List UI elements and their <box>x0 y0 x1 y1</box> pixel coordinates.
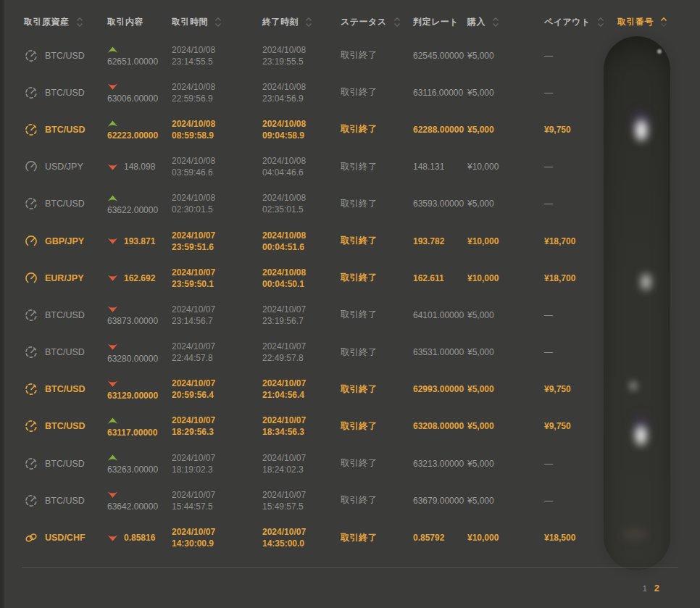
asset-pair-label: USD/JPY <box>45 162 83 172</box>
entry-rate-value: 193.871 <box>124 236 155 246</box>
direction-down-icon <box>107 163 118 171</box>
table-row[interactable]: USD/CHF0.858162024/10/0714:30:00.92024/1… <box>22 519 678 556</box>
pagination-page[interactable]: 1 <box>643 580 647 596</box>
column-header-status[interactable]: ステータス <box>338 16 411 28</box>
table-row[interactable]: BTC/USD63622.000002024/10/0802:30:01.520… <box>22 186 678 222</box>
table-row[interactable]: BTC/USD63117.000002024/10/0718:29:56.320… <box>22 408 678 445</box>
purchase-amount: ¥5,000 <box>465 384 542 394</box>
sort-icon[interactable] <box>393 16 401 28</box>
entry-rate-value: 63117.00000 <box>107 428 157 438</box>
trade-start-datetime: 2024/10/0720:59:56.4 <box>170 378 260 401</box>
status-label: 取引終了 <box>338 309 411 321</box>
judgment-rate-value: 0.85792 <box>411 533 465 543</box>
column-header-label: ステータス <box>341 16 387 28</box>
judgment-rate-value: 62993.00000 <box>411 384 465 394</box>
trade-end-datetime: 2024/10/0804:04:46.6 <box>260 155 338 178</box>
gauge-dashed-icon <box>24 382 38 396</box>
sort-icon[interactable] <box>492 16 499 28</box>
entry-rate-value: 62223.00000 <box>107 130 158 141</box>
table-row[interactable]: USD/JPY148.0982024/10/0803:59:46.62024/1… <box>22 149 678 186</box>
table-row[interactable]: GBP/JPY193.8712024/10/0723:59:51.62024/1… <box>22 222 678 259</box>
trade-end-datetime: 2024/10/0823:04:56.9 <box>260 81 338 104</box>
purchase-amount: ¥10,000 <box>465 162 542 172</box>
entry-rate-value: 63280.00000 <box>107 354 158 364</box>
asset-pair-label: BTC/USD <box>45 199 85 209</box>
footer-divider <box>22 567 678 568</box>
purchase-amount: ¥5,000 <box>465 125 542 135</box>
column-header-label: 購入 <box>467 16 486 28</box>
trade-end-datetime: 2024/10/0823:19:55.5 <box>260 44 338 67</box>
table-row[interactable]: BTC/USD63129.000002024/10/0720:59:56.420… <box>22 371 678 408</box>
direction-up-icon <box>107 120 118 128</box>
purchase-amount: ¥10,000 <box>465 273 542 283</box>
judgment-rate-value: 62288.00000 <box>411 125 465 135</box>
table-row[interactable]: BTC/USD63006.000002024/10/0822:59:56.920… <box>22 74 678 111</box>
payout-amount: — <box>542 51 615 61</box>
asset-pair-label: BTC/USD <box>45 125 86 135</box>
judgment-rate-value: 162.611 <box>411 273 465 283</box>
sort-icon[interactable] <box>597 16 604 28</box>
direction-up-icon <box>107 46 118 54</box>
judgment-rate-value: 148.131 <box>411 162 465 172</box>
redaction-blur-blob <box>657 49 662 54</box>
table-row[interactable]: BTC/USD63263.000002024/10/0718:19:02.320… <box>22 445 678 482</box>
trade-start-datetime: 2024/10/0822:59:56.9 <box>170 81 260 104</box>
judgment-rate-value: 193.782 <box>411 236 465 246</box>
trade-start-datetime: 2024/10/0723:14:56.7 <box>170 304 260 327</box>
table-row[interactable]: BTC/USD62223.000002024/10/0808:59:58.920… <box>22 111 678 148</box>
column-header-time[interactable]: 取引時間 <box>170 16 260 28</box>
table-header-row: 取引原資産取引内容取引時間終了時刻ステータス判定レート購入ペイアウト取引番号 <box>22 0 678 37</box>
trade-start-datetime: 2024/10/0823:14:55.5 <box>170 44 260 67</box>
purchase-amount: ¥5,000 <box>465 199 542 209</box>
gauge-icon <box>24 159 38 174</box>
column-header-payout[interactable]: ペイアウト <box>542 16 615 28</box>
redaction-blur-blob <box>636 120 647 141</box>
gauge-icon <box>24 271 38 286</box>
table-row[interactable]: EUR/JPY162.6922024/10/0723:59:50.12024/1… <box>22 259 678 296</box>
gauge-icon <box>24 234 38 249</box>
judgment-rate-value: 62545.00000 <box>411 51 465 61</box>
column-header-end-time[interactable]: 終了時刻 <box>260 16 338 28</box>
table-body: BTC/USD62651.000002024/10/0823:14:55.520… <box>22 37 678 557</box>
direction-down-icon <box>107 380 118 388</box>
gauge-dashed-icon <box>24 419 38 433</box>
column-header-purchase[interactable]: 購入 <box>465 16 542 28</box>
pagination: 12 <box>643 580 659 596</box>
status-label: 取引終了 <box>338 457 411 470</box>
sort-icon[interactable] <box>660 16 667 28</box>
asset-pair-label: BTC/USD <box>45 496 85 506</box>
table-row[interactable]: BTC/USD62651.000002024/10/0823:14:55.520… <box>22 37 678 74</box>
entry-rate-value: 0.85816 <box>124 533 155 543</box>
purchase-amount: ¥5,000 <box>465 347 542 357</box>
judgment-rate-value: 63213.00000 <box>411 459 465 469</box>
asset-pair-label: BTC/USD <box>45 310 85 320</box>
table-row[interactable]: BTC/USD63642.000002024/10/0715:44:57.520… <box>22 482 678 519</box>
trade-end-datetime: 2024/10/0718:34:56.3 <box>260 415 338 438</box>
entry-rate-value: 63006.00000 <box>107 93 158 104</box>
entry-rate-value: 63622.00000 <box>107 205 158 215</box>
asset-pair-label: EUR/JPY <box>45 273 84 283</box>
table-row[interactable]: BTC/USD63280.000002024/10/0722:44:57.820… <box>22 334 678 371</box>
sort-icon[interactable] <box>305 16 312 28</box>
purchase-amount: ¥10,000 <box>465 236 542 246</box>
column-header-content[interactable]: 取引内容 <box>105 16 170 28</box>
table-row[interactable]: BTC/USD63873.000002024/10/0723:14:56.720… <box>22 296 678 333</box>
column-header-asset[interactable]: 取引原資産 <box>22 16 105 28</box>
asset-pair-label: BTC/USD <box>45 88 85 98</box>
column-header-label: 取引時間 <box>172 16 208 28</box>
entry-rate-value: 62651.00000 <box>107 57 158 67</box>
judgment-rate-value: 63593.00000 <box>411 199 465 209</box>
trade-start-datetime: 2024/10/0723:59:50.1 <box>170 267 260 290</box>
sort-icon[interactable] <box>76 16 83 28</box>
gauge-dashed-icon <box>24 122 38 137</box>
trade-end-datetime: 2024/10/0721:04:56.4 <box>260 378 338 401</box>
column-header-trade-id[interactable]: 取引番号 <box>615 16 678 28</box>
direction-down-icon <box>107 83 118 91</box>
column-header-rate[interactable]: 判定レート <box>411 16 465 28</box>
trade-start-datetime: 2024/10/0714:30:00.9 <box>170 526 260 549</box>
sort-icon[interactable] <box>214 16 222 28</box>
pagination-page-current[interactable]: 2 <box>654 580 659 596</box>
direction-down-icon <box>107 305 118 313</box>
status-label: 取引終了 <box>338 532 411 544</box>
column-header-label: ペイアウト <box>544 16 591 28</box>
